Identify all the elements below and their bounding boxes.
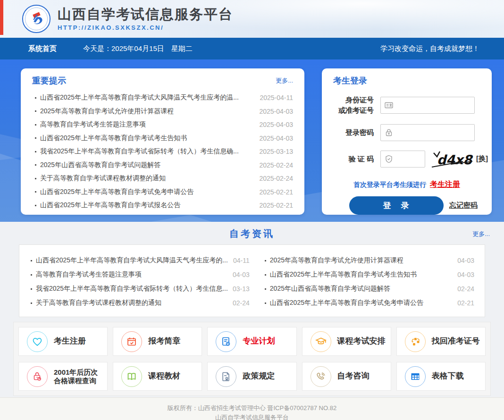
- password-input[interactable]: [380, 124, 475, 141]
- service-form-download[interactable]: 表格下载: [396, 362, 486, 391]
- news-item-date: 02-24: [453, 285, 474, 293]
- forgot-password-link[interactable]: 忘记密码: [449, 201, 478, 210]
- news-item-link[interactable]: 2025年山西省高等教育自学考试问题解答: [270, 285, 453, 293]
- news-item: 我省2025年上半年高等教育自学考试省际转考（转入）考生信息...03-13: [28, 282, 250, 296]
- notice-item-date: 2025-02-24: [253, 161, 293, 169]
- news-item-link[interactable]: 山西省2025年上半年高等教育自学考试免考申请公告: [270, 299, 453, 307]
- service-policies[interactable]: 政策规定: [207, 362, 296, 391]
- notice-item-link[interactable]: 2025年山西省高等教育自学考试问题解答: [40, 161, 253, 169]
- bullet: [265, 302, 266, 304]
- services-grid: 考生注册 报考简章 专业计划: [13, 322, 491, 396]
- service-course-textbooks[interactable]: 课程教材: [113, 362, 202, 391]
- bullet: [265, 288, 266, 290]
- notice-item-date: 2025-04-03: [253, 134, 293, 142]
- bullet: [35, 191, 36, 193]
- bullet: [35, 178, 36, 179]
- heart-icon: [32, 336, 43, 347]
- login-button[interactable]: 登 录: [349, 196, 444, 215]
- workflow-icon: [410, 336, 421, 347]
- bullet: [31, 274, 32, 276]
- notice-item-date: 2025-04-03: [253, 108, 293, 115]
- news-item-date: 03-13: [228, 285, 250, 293]
- copyright-line: 版权所有：山西省招生考试管理中心 晋ICP备07002787 NO.82: [0, 403, 504, 413]
- notice-item: 高等教育自学考试考生答题注意事项2025-04-03: [32, 118, 293, 132]
- shield-check-icon: [384, 154, 394, 164]
- password-label: 登录密码: [333, 127, 374, 138]
- service-candidate-register[interactable]: 考生注册: [18, 327, 108, 356]
- news-item-date: 04-03: [228, 271, 250, 278]
- captcha-refresh-link[interactable]: [换]: [476, 154, 488, 163]
- login-panel: 考生登录 身份证号 或准考证号 登录密码: [322, 68, 492, 215]
- site-header: 山西自学考试信息服务平台 HTTP://ZIKAO.SXKSZX.CN/: [0, 0, 504, 38]
- lock-question-icon: [32, 371, 43, 382]
- document-clock-icon: [220, 336, 232, 347]
- nav-home-link[interactable]: 系统首页: [28, 44, 57, 53]
- id-card-icon: [384, 101, 394, 110]
- id-number-label: 身份证号 或准考证号: [333, 95, 374, 116]
- news-item: 山西省2025年上半年高等教育自学考试免考申请公告02-21: [262, 296, 474, 310]
- news-item-link[interactable]: 关于高等教育自学考试课程教材调整的通知: [36, 299, 228, 307]
- service-passed-courses-query[interactable]: 2001年后历次 合格课程查询: [18, 362, 108, 391]
- notice-item: 山西省2025年上半年高等教育自学考试报名公告2025-02-21: [32, 199, 293, 212]
- service-consultation[interactable]: 自考咨询: [302, 362, 391, 391]
- news-item-link[interactable]: 高等教育自学考试考生答题注意事项: [36, 270, 228, 279]
- news-section: 自考资讯 更多... 山西省2025年上半年高等教育自学考试大风降温天气考生应考…: [0, 222, 504, 317]
- notice-item: 关于高等教育自学考试课程教材调整的通知2025-02-24: [32, 172, 293, 185]
- notice-item-date: 2025-02-21: [253, 188, 293, 196]
- register-tip-text: 首次登录平台考生须进行: [353, 181, 426, 188]
- bullet: [31, 302, 32, 304]
- notice-item-link[interactable]: 2025年高等教育自学考试允许使用计算器课程: [40, 107, 253, 116]
- news-item: 山西省2025年上半年高等教育自学考试考生告知书04-03: [262, 268, 474, 282]
- site-brand[interactable]: 山西自学考试信息服务平台 HTTP://ZIKAO.SXKSZX.CN/: [0, 0, 504, 38]
- service-major-plan[interactable]: 专业计划: [207, 327, 296, 356]
- open-book-icon: [126, 371, 137, 382]
- hero-banner: 重要提示 更多... 山西省2025年上半年高等教育自学考试大风降温天气考生应考…: [0, 59, 504, 222]
- bullet: [31, 260, 32, 261]
- site-url: HTTP://ZIKAO.SXKSZX.CN/: [58, 24, 233, 31]
- news-item: 关于高等教育自学考试课程教材调整的通知02-24: [28, 296, 250, 310]
- news-item-link[interactable]: 我省2025年上半年高等教育自学考试省际转考（转入）考生信息...: [36, 285, 228, 293]
- phone-icon: [315, 371, 327, 382]
- notice-item: 山西省2025年上半年高等教育自学考试免考申请公告2025-02-21: [32, 185, 293, 199]
- news-item-date: 04-11: [228, 257, 250, 264]
- nav-date-text: 今天是：2025年04月15日 星期二: [83, 44, 193, 53]
- captcha-image[interactable]: d4x8: [430, 150, 473, 168]
- notice-item-link[interactable]: 我省2025年上半年高等教育自学考试省际转考（转入）考生信息确...: [40, 147, 253, 156]
- footer-site-name: 山西自学考试信息服务平台: [0, 413, 504, 420]
- nav-slogan: 学习改变命运，自考成就梦想！: [380, 44, 479, 53]
- notice-item-link[interactable]: 山西省2025年上半年高等教育自学考试考生告知书: [40, 134, 253, 143]
- bullet: [35, 151, 36, 152]
- notice-more-link[interactable]: 更多...: [276, 76, 293, 85]
- notice-item: 2025年高等教育自学考试允许使用计算器课程2025-04-03: [32, 105, 293, 118]
- news-item-link[interactable]: 山西省2025年上半年高等教育自学考试大风降温天气考生应考的...: [36, 256, 228, 265]
- service-exam-guide[interactable]: 报考简章: [113, 327, 202, 356]
- site-logo-icon: [22, 4, 51, 34]
- news-item: 2025年高等教育自学考试允许使用计算器课程04-03: [262, 253, 474, 268]
- notice-item-link[interactable]: 山西省2025年上半年高等教育自学考试免考申请公告: [40, 188, 253, 196]
- notice-item-link[interactable]: 山西省2025年上半年高等教育自学考试大风降温天气考生应考的温...: [40, 93, 253, 102]
- service-find-ticket-number[interactable]: 找回准考证号: [396, 327, 486, 356]
- service-course-exam-schedule[interactable]: 课程考试安排: [302, 327, 391, 356]
- notice-item-date: 2025-04-11: [253, 94, 293, 101]
- notice-item: 我省2025年上半年高等教育自学考试省际转考（转入）考生信息确...2025-0…: [32, 145, 293, 159]
- news-box: 山西省2025年上半年高等教育自学考试大风降温天气考生应考的...04-11 高…: [19, 244, 485, 317]
- notice-list: 山西省2025年上半年高等教育自学考试大风降温天气考生应考的温...2025-0…: [32, 91, 293, 212]
- notice-item-date: 2025-03-13: [253, 148, 293, 155]
- register-link[interactable]: 考生注册: [430, 180, 460, 188]
- notice-item-date: 2025-04-03: [253, 121, 293, 128]
- bullet: [35, 205, 36, 206]
- notice-item-link[interactable]: 高等教育自学考试考生答题注意事项: [40, 120, 253, 129]
- news-item-link[interactable]: 山西省2025年上半年高等教育自学考试考生告知书: [270, 270, 453, 279]
- red-corner-strip: [0, 0, 3, 35]
- news-item-link[interactable]: 2025年高等教育自学考试允许使用计算器课程: [270, 256, 453, 265]
- news-more-link[interactable]: 更多...: [472, 230, 490, 238]
- id-number-input[interactable]: [380, 97, 475, 114]
- notice-item-link[interactable]: 山西省2025年上半年高等教育自学考试报名公告: [40, 201, 253, 210]
- site-title: 山西自学考试信息服务平台: [58, 7, 233, 22]
- bullet: [35, 124, 36, 126]
- notice-item-link[interactable]: 关于高等教育自学考试课程教材调整的通知: [40, 174, 253, 183]
- notice-item: 2025年山西省高等教育自学考试问题解答2025-02-24: [32, 159, 293, 172]
- login-panel-title: 考生登录: [333, 75, 367, 86]
- top-nav: 系统首页 今天是：2025年04月15日 星期二 学习改变命运，自考成就梦想！: [0, 38, 504, 59]
- notice-item-date: 2025-02-21: [253, 202, 293, 209]
